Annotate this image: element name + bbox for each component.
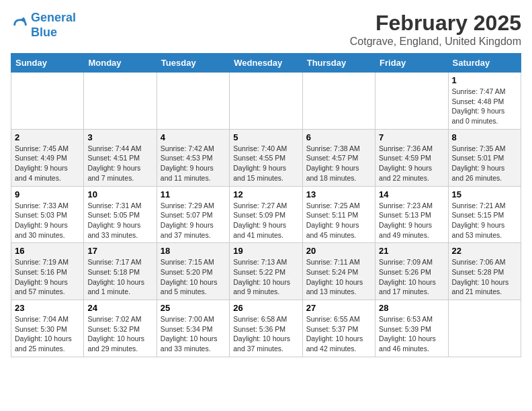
day-info: Sunrise: 7:15 AM Sunset: 5:20 PM Dayligh… — [161, 257, 226, 297]
logo-icon — [11, 16, 30, 35]
week-row-4: 16Sunrise: 7:19 AM Sunset: 5:16 PM Dayli… — [11, 243, 521, 300]
table-cell: 22Sunrise: 7:06 AM Sunset: 5:28 PM Dayli… — [448, 243, 521, 300]
day-info: Sunrise: 7:25 AM Sunset: 5:11 PM Dayligh… — [306, 201, 371, 240]
page-header: General Blue February 2025 Cotgrave, Eng… — [11, 11, 521, 48]
table-cell: 19Sunrise: 7:13 AM Sunset: 5:22 PM Dayli… — [230, 243, 302, 300]
day-number: 24 — [87, 303, 152, 313]
table-cell: 11Sunrise: 7:29 AM Sunset: 5:07 PM Dayli… — [157, 186, 229, 243]
header-thursday: Thursday — [302, 54, 375, 73]
day-info: Sunrise: 7:45 AM Sunset: 4:49 PM Dayligh… — [15, 144, 80, 183]
day-info: Sunrise: 6:53 AM Sunset: 5:39 PM Dayligh… — [379, 314, 444, 354]
day-number: 2 — [15, 132, 80, 142]
day-info: Sunrise: 6:55 AM Sunset: 5:37 PM Dayligh… — [306, 314, 371, 354]
title-area: February 2025 Cotgrave, England, United … — [350, 11, 521, 48]
table-cell: 7Sunrise: 7:36 AM Sunset: 4:59 PM Daylig… — [375, 129, 448, 186]
header-sunday: Sunday — [11, 54, 84, 73]
day-number: 7 — [379, 132, 444, 142]
day-info: Sunrise: 7:42 AM Sunset: 4:53 PM Dayligh… — [161, 144, 226, 183]
table-cell — [84, 73, 157, 130]
day-info: Sunrise: 7:35 AM Sunset: 5:01 PM Dayligh… — [452, 144, 517, 183]
table-cell: 14Sunrise: 7:23 AM Sunset: 5:13 PM Dayli… — [375, 186, 448, 243]
day-info: Sunrise: 7:19 AM Sunset: 5:16 PM Dayligh… — [15, 257, 80, 297]
header-wednesday: Wednesday — [230, 54, 302, 73]
table-cell — [375, 73, 448, 130]
table-cell — [11, 73, 84, 130]
day-number: 20 — [306, 246, 371, 256]
day-info: Sunrise: 7:47 AM Sunset: 4:48 PM Dayligh… — [452, 87, 517, 126]
day-info: Sunrise: 7:02 AM Sunset: 5:32 PM Dayligh… — [87, 314, 152, 354]
day-info: Sunrise: 7:33 AM Sunset: 5:03 PM Dayligh… — [15, 201, 80, 240]
logo-line1: General — [31, 11, 76, 24]
main-title: February 2025 — [350, 11, 521, 36]
table-cell: 28Sunrise: 6:53 AM Sunset: 5:39 PM Dayli… — [375, 300, 448, 357]
table-cell — [302, 73, 375, 130]
day-info: Sunrise: 7:29 AM Sunset: 5:07 PM Dayligh… — [161, 201, 226, 240]
table-cell: 24Sunrise: 7:02 AM Sunset: 5:32 PM Dayli… — [84, 300, 157, 357]
day-number: 9 — [15, 189, 80, 199]
day-info: Sunrise: 7:09 AM Sunset: 5:26 PM Dayligh… — [379, 257, 444, 297]
day-number: 28 — [379, 303, 444, 313]
header-tuesday: Tuesday — [157, 54, 229, 73]
day-number: 10 — [87, 189, 152, 199]
day-number: 5 — [233, 132, 298, 142]
table-cell: 21Sunrise: 7:09 AM Sunset: 5:26 PM Dayli… — [375, 243, 448, 300]
day-number: 13 — [306, 189, 371, 199]
table-cell: 2Sunrise: 7:45 AM Sunset: 4:49 PM Daylig… — [11, 129, 84, 186]
day-info: Sunrise: 7:06 AM Sunset: 5:28 PM Dayligh… — [452, 257, 517, 297]
table-cell: 3Sunrise: 7:44 AM Sunset: 4:51 PM Daylig… — [84, 129, 157, 186]
calendar-table: SundayMondayTuesdayWednesdayThursdayFrid… — [11, 53, 521, 357]
table-cell: 13Sunrise: 7:25 AM Sunset: 5:11 PM Dayli… — [302, 186, 375, 243]
day-info: Sunrise: 7:38 AM Sunset: 4:57 PM Dayligh… — [306, 144, 371, 183]
table-cell: 1Sunrise: 7:47 AM Sunset: 4:48 PM Daylig… — [448, 73, 521, 130]
day-number: 26 — [233, 303, 298, 313]
day-number: 8 — [452, 132, 517, 142]
day-number: 1 — [452, 75, 517, 85]
day-info: Sunrise: 7:44 AM Sunset: 4:51 PM Dayligh… — [87, 144, 152, 183]
table-cell: 6Sunrise: 7:38 AM Sunset: 4:57 PM Daylig… — [302, 129, 375, 186]
table-cell: 16Sunrise: 7:19 AM Sunset: 5:16 PM Dayli… — [11, 243, 84, 300]
table-cell: 25Sunrise: 7:00 AM Sunset: 5:34 PM Dayli… — [157, 300, 229, 357]
header-saturday: Saturday — [448, 54, 521, 73]
table-cell: 12Sunrise: 7:27 AM Sunset: 5:09 PM Dayli… — [230, 186, 302, 243]
day-number: 3 — [87, 132, 152, 142]
table-cell: 18Sunrise: 7:15 AM Sunset: 5:20 PM Dayli… — [157, 243, 229, 300]
header-friday: Friday — [375, 54, 448, 73]
day-number: 23 — [15, 303, 80, 313]
table-cell — [448, 300, 521, 357]
day-number: 16 — [15, 246, 80, 256]
week-row-2: 2Sunrise: 7:45 AM Sunset: 4:49 PM Daylig… — [11, 129, 521, 186]
day-number: 17 — [87, 246, 152, 256]
calendar-header: SundayMondayTuesdayWednesdayThursdayFrid… — [11, 54, 521, 73]
day-number: 14 — [379, 189, 444, 199]
table-cell: 8Sunrise: 7:35 AM Sunset: 5:01 PM Daylig… — [448, 129, 521, 186]
week-row-1: 1Sunrise: 7:47 AM Sunset: 4:48 PM Daylig… — [11, 73, 521, 130]
day-info: Sunrise: 7:40 AM Sunset: 4:55 PM Dayligh… — [233, 144, 298, 183]
day-number: 12 — [233, 189, 298, 199]
table-cell: 23Sunrise: 7:04 AM Sunset: 5:30 PM Dayli… — [11, 300, 84, 357]
table-cell: 15Sunrise: 7:21 AM Sunset: 5:15 PM Dayli… — [448, 186, 521, 243]
day-info: Sunrise: 7:04 AM Sunset: 5:30 PM Dayligh… — [15, 314, 80, 354]
day-info: Sunrise: 7:00 AM Sunset: 5:34 PM Dayligh… — [161, 314, 226, 354]
week-row-5: 23Sunrise: 7:04 AM Sunset: 5:30 PM Dayli… — [11, 300, 521, 357]
logo-line2: Blue — [31, 26, 57, 39]
day-number: 19 — [233, 246, 298, 256]
table-cell: 10Sunrise: 7:31 AM Sunset: 5:05 PM Dayli… — [84, 186, 157, 243]
header-monday: Monday — [84, 54, 157, 73]
day-info: Sunrise: 7:36 AM Sunset: 4:59 PM Dayligh… — [379, 144, 444, 183]
day-info: Sunrise: 7:21 AM Sunset: 5:15 PM Dayligh… — [452, 201, 517, 240]
table-cell: 9Sunrise: 7:33 AM Sunset: 5:03 PM Daylig… — [11, 186, 84, 243]
table-cell: 20Sunrise: 7:11 AM Sunset: 5:24 PM Dayli… — [302, 243, 375, 300]
day-number: 6 — [306, 132, 371, 142]
week-row-3: 9Sunrise: 7:33 AM Sunset: 5:03 PM Daylig… — [11, 186, 521, 243]
table-cell — [230, 73, 302, 130]
day-number: 15 — [452, 189, 517, 199]
day-number: 21 — [379, 246, 444, 256]
table-cell: 4Sunrise: 7:42 AM Sunset: 4:53 PM Daylig… — [157, 129, 229, 186]
table-cell: 27Sunrise: 6:55 AM Sunset: 5:37 PM Dayli… — [302, 300, 375, 357]
table-cell: 26Sunrise: 6:58 AM Sunset: 5:36 PM Dayli… — [230, 300, 302, 357]
logo: General Blue — [11, 11, 76, 40]
day-info: Sunrise: 7:13 AM Sunset: 5:22 PM Dayligh… — [233, 257, 298, 297]
table-cell: 5Sunrise: 7:40 AM Sunset: 4:55 PM Daylig… — [230, 129, 302, 186]
table-cell: 17Sunrise: 7:17 AM Sunset: 5:18 PM Dayli… — [84, 243, 157, 300]
day-number: 25 — [161, 303, 226, 313]
